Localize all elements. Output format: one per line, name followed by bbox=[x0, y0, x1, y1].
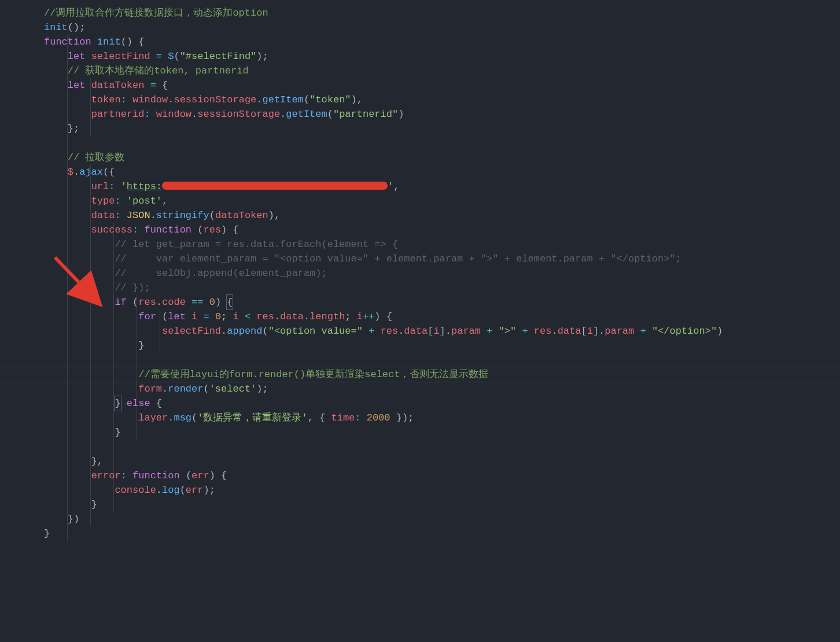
code-line[interactable]: for (let i = 0; i < res.data.length; i++… bbox=[44, 309, 840, 324]
token-var: console bbox=[115, 485, 156, 496]
code-area[interactable]: //调用拉取合作方链接数据接口，动态添加optioninit();functio… bbox=[44, 6, 840, 541]
code-line[interactable]: }) bbox=[44, 512, 840, 526]
code-line[interactable]: // 拉取参数 bbox=[44, 150, 840, 165]
token-str: '数据异常，请重新登录' bbox=[197, 412, 307, 423]
token-plain bbox=[186, 297, 191, 308]
code-line[interactable]: $.ajax({ bbox=[44, 165, 840, 179]
token-plain bbox=[363, 326, 369, 337]
token-func: append bbox=[227, 326, 262, 337]
token-plain: . bbox=[304, 311, 310, 322]
token-paren: ) bbox=[398, 109, 404, 120]
token-plain bbox=[115, 181, 120, 192]
code-line[interactable]: partnerid: window.sessionStorage.getItem… bbox=[44, 107, 840, 121]
token-plain: , bbox=[393, 181, 399, 192]
token-plain: . bbox=[150, 210, 156, 221]
code-line[interactable]: if (res.code == 0) { bbox=[44, 295, 840, 309]
token-var: i bbox=[191, 311, 197, 322]
token-key: let bbox=[68, 80, 86, 91]
code-line[interactable] bbox=[44, 440, 840, 454]
code-line[interactable]: // var element_param = "<option value=" … bbox=[44, 252, 840, 266]
code-line[interactable]: console.log(err); bbox=[44, 483, 840, 497]
code-line[interactable]: } bbox=[44, 526, 840, 541]
token-paren: ( bbox=[191, 412, 197, 423]
token-plain bbox=[203, 297, 209, 308]
token-plain bbox=[127, 470, 132, 481]
code-line[interactable]: error: function (err) { bbox=[44, 468, 840, 483]
code-line[interactable]: } else { bbox=[44, 396, 840, 411]
token-comment-green: // 拉取参数 bbox=[68, 152, 125, 163]
token-plain: , bbox=[162, 195, 168, 206]
token-func: $ bbox=[168, 51, 174, 62]
token-key: else bbox=[127, 398, 150, 409]
token-op: < bbox=[245, 311, 250, 322]
token-var: res bbox=[534, 326, 552, 337]
token-paren: }) bbox=[68, 514, 79, 525]
code-line[interactable]: success: function (res) { bbox=[44, 223, 840, 237]
token-paren: (); bbox=[68, 22, 86, 33]
code-line[interactable]: // 获取本地存储的token, partnerid bbox=[44, 64, 840, 78]
token-plain: . bbox=[551, 326, 557, 337]
code-line[interactable]: } bbox=[44, 425, 840, 440]
code-line[interactable]: //需要使用layui的form.render()单独更新渲染select，否则… bbox=[44, 367, 840, 382]
code-line[interactable]: data: JSON.stringify(dataToken), bbox=[44, 208, 840, 223]
token-prop: type bbox=[91, 195, 115, 206]
token-plain bbox=[162, 51, 168, 62]
token-plain bbox=[646, 326, 652, 337]
token-op: : bbox=[121, 94, 127, 105]
token-name: JSON bbox=[127, 210, 150, 221]
code-line[interactable]: selectFind.append("<option value=" + res… bbox=[44, 324, 840, 338]
token-var: sessionStorage bbox=[174, 94, 256, 105]
token-prop: error bbox=[91, 470, 121, 481]
token-comment: // let get_param = res.data.forEach(elem… bbox=[115, 239, 398, 250]
token-key: function bbox=[144, 224, 191, 235]
code-line[interactable] bbox=[44, 353, 840, 367]
code-line[interactable]: } bbox=[44, 497, 840, 512]
code-line[interactable]: // let get_param = res.data.forEach(elem… bbox=[44, 237, 840, 252]
token-str: "partnerid" bbox=[333, 109, 398, 120]
code-line[interactable]: // selObj.append(element_param); bbox=[44, 266, 840, 281]
code-line[interactable]: type: 'post', bbox=[44, 194, 840, 208]
token-paren: ({ bbox=[103, 167, 115, 178]
code-line[interactable]: function init() { bbox=[44, 35, 840, 49]
token-var: res bbox=[138, 297, 156, 308]
token-func: render bbox=[168, 383, 203, 394]
token-paren: } bbox=[44, 528, 50, 539]
code-line[interactable]: layer.msg('数据异常，请重新登录', { time: 2000 }); bbox=[44, 411, 840, 425]
code-line[interactable]: }; bbox=[44, 121, 840, 136]
token-paren: ( bbox=[180, 485, 186, 496]
code-line[interactable]: //调用拉取合作方链接数据接口，动态添加option bbox=[44, 6, 840, 20]
code-line[interactable]: form.render('select'); bbox=[44, 382, 840, 396]
code-line[interactable]: init(); bbox=[44, 20, 840, 35]
token-plain bbox=[209, 311, 215, 322]
token-num: 0 bbox=[209, 297, 215, 308]
token-plain bbox=[180, 470, 186, 481]
code-editor[interactable]: //调用拉取合作方链接数据接口，动态添加optioninit();functio… bbox=[0, 0, 840, 642]
code-line[interactable]: token: window.sessionStorage.getItem("to… bbox=[44, 93, 840, 107]
token-var: window bbox=[132, 94, 168, 105]
token-plain bbox=[481, 326, 487, 337]
token-plain: ; bbox=[345, 311, 356, 322]
token-str: ">" bbox=[499, 326, 517, 337]
token-plain bbox=[91, 36, 97, 47]
token-prop: param bbox=[451, 326, 481, 337]
token-comment-green: //调用拉取合作方链接数据接口，动态添加option bbox=[44, 8, 268, 19]
token-paren: [ bbox=[581, 326, 587, 337]
code-line[interactable]: let dataToken = { bbox=[44, 78, 840, 93]
token-plain bbox=[127, 297, 132, 308]
token-comment: // var element_param = "<option value=" … bbox=[115, 253, 681, 264]
token-var: selectFind bbox=[91, 51, 150, 62]
code-line[interactable]: // }); bbox=[44, 281, 840, 295]
code-line[interactable]: } bbox=[44, 338, 840, 353]
token-plain bbox=[516, 326, 522, 337]
token-op: : bbox=[144, 109, 150, 120]
token-func: stringify bbox=[156, 210, 209, 221]
code-line[interactable]: url: 'https:', bbox=[44, 179, 840, 194]
token-var: i bbox=[433, 326, 439, 337]
code-line[interactable]: let selectFind = $("#selectFind"); bbox=[44, 49, 840, 64]
code-line[interactable]: }, bbox=[44, 454, 840, 468]
token-str: 'select' bbox=[209, 383, 257, 394]
token-plain: . bbox=[191, 109, 197, 120]
token-plain: . bbox=[398, 326, 404, 337]
token-op: == bbox=[191, 297, 203, 308]
code-line[interactable] bbox=[44, 136, 840, 150]
